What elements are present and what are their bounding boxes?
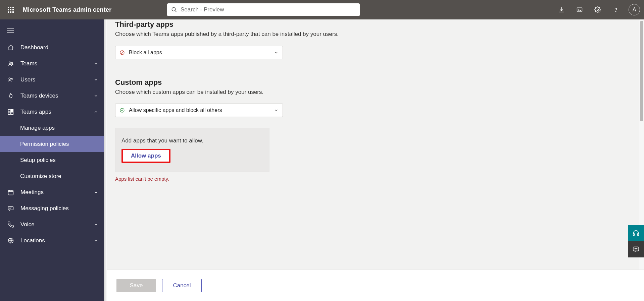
svg-rect-10 <box>11 110 13 112</box>
allow-box: Add apps that you want to allow. Allow a… <box>115 128 269 172</box>
sidebar-item-label: Users <box>20 76 35 83</box>
globe-icon <box>6 237 15 244</box>
block-icon <box>119 50 125 55</box>
svg-rect-13 <box>8 190 13 195</box>
devices-icon <box>6 93 15 99</box>
sidebar-item-locations[interactable]: Locations <box>0 233 104 249</box>
svg-point-8 <box>11 78 13 79</box>
chevron-down-icon <box>94 222 98 227</box>
app-title: Microsoft Teams admin center <box>23 6 111 13</box>
top-bar: Microsoft Teams admin center A <box>0 0 644 19</box>
cancel-button[interactable]: Cancel <box>162 279 202 292</box>
sidebar-sub-label: Customize store <box>20 173 61 180</box>
headset-icon[interactable] <box>628 225 644 241</box>
sidebar-item-meetings[interactable]: Meetings <box>0 184 104 200</box>
sidebar-item-label: Locations <box>20 237 45 244</box>
custom-dropdown[interactable]: Allow specific apps and block all others <box>115 104 283 117</box>
allow-prompt: Add apps that you want to allow. <box>121 137 263 144</box>
apps-icon <box>6 109 15 115</box>
save-button[interactable]: Save <box>116 279 156 292</box>
sidebar-sub-manage-apps[interactable]: Manage apps <box>0 120 104 136</box>
waffle-icon[interactable] <box>4 3 17 16</box>
svg-point-0 <box>172 7 176 11</box>
svg-line-1 <box>175 10 177 12</box>
sidebar-item-label: Voice <box>20 221 35 228</box>
svg-rect-19 <box>633 234 635 236</box>
allow-icon <box>119 108 125 113</box>
phone-icon <box>6 221 15 228</box>
section-title-third-party: Third-party apps <box>115 20 636 29</box>
footer-bar: Save Cancel <box>107 269 644 301</box>
shell-icon[interactable] <box>572 2 587 17</box>
svg-point-6 <box>11 62 13 64</box>
section-desc-third-party: Choose which Teams apps published by a t… <box>115 30 636 39</box>
chevron-down-icon <box>94 77 98 82</box>
sidebar-sub-permission-policies[interactable]: Permission policies <box>0 136 104 152</box>
sidebar-item-label: Dashboard <box>20 44 48 51</box>
svg-point-24 <box>637 248 637 249</box>
download-icon[interactable] <box>554 2 569 17</box>
svg-rect-12 <box>11 112 13 115</box>
svg-point-4 <box>615 11 616 11</box>
svg-point-7 <box>9 78 10 79</box>
sidebar-item-voice[interactable]: Voice <box>0 217 104 233</box>
hamburger-icon[interactable] <box>2 23 19 38</box>
sidebar-item-label: Teams apps <box>20 109 51 115</box>
section-desc-custom: Choose which custom apps can be installe… <box>115 88 636 97</box>
home-icon <box>6 44 15 51</box>
avatar-initial: A <box>633 7 636 13</box>
svg-rect-11 <box>8 112 11 115</box>
sidebar-item-teams-apps[interactable]: Teams apps <box>0 104 104 120</box>
error-text: Apps list can't be empty. <box>115 176 636 182</box>
chevron-down-icon <box>274 50 279 55</box>
feedback-icon[interactable] <box>628 241 644 257</box>
sidebar-item-label: Teams devices <box>20 93 58 99</box>
section-title-custom: Custom apps <box>115 78 636 87</box>
chevron-down-icon <box>94 238 98 243</box>
search-box[interactable] <box>167 3 360 16</box>
sidebar-sub-customize-store[interactable]: Customize store <box>0 168 104 184</box>
float-stack <box>628 225 644 257</box>
svg-point-5 <box>9 62 11 63</box>
svg-rect-14 <box>8 206 13 210</box>
sidebar-sub-setup-policies[interactable]: Setup policies <box>0 152 104 168</box>
sidebar-item-users[interactable]: Users <box>0 72 104 88</box>
chevron-down-icon <box>94 190 98 195</box>
scrollbar[interactable] <box>639 19 644 301</box>
search-input[interactable] <box>181 6 356 13</box>
top-right: A <box>554 2 640 17</box>
svg-point-3 <box>597 9 599 11</box>
sidebar-item-teams-devices[interactable]: Teams devices <box>0 88 104 104</box>
chevron-down-icon <box>94 61 98 66</box>
sidebar: Dashboard Teams Users Teams device <box>0 19 104 301</box>
sidebar-item-messaging-policies[interactable]: Messaging policies <box>0 200 104 217</box>
search-wrap <box>167 3 360 16</box>
chevron-up-icon <box>94 110 98 114</box>
third-party-dropdown[interactable]: Block all apps <box>115 46 283 59</box>
dropdown-value: Allow specific apps and block all others <box>129 107 222 113</box>
search-icon <box>171 7 177 13</box>
sidebar-sub-label: Manage apps <box>20 125 55 131</box>
sidebar-sub-label: Permission policies <box>20 141 69 147</box>
svg-point-18 <box>120 108 124 112</box>
scrollbar-thumb[interactable] <box>640 21 643 121</box>
svg-rect-9 <box>8 110 11 112</box>
allow-apps-button[interactable]: Allow apps <box>121 149 170 163</box>
svg-point-22 <box>635 248 635 249</box>
calendar-icon <box>6 189 15 196</box>
svg-line-17 <box>121 51 123 54</box>
sidebar-sub-label: Setup policies <box>20 157 56 164</box>
sidebar-item-label: Teams <box>20 60 37 67</box>
chevron-down-icon <box>94 94 98 98</box>
svg-rect-20 <box>638 234 639 236</box>
dropdown-value: Block all apps <box>129 50 162 56</box>
sidebar-item-dashboard[interactable]: Dashboard <box>0 40 104 56</box>
teams-icon <box>6 60 15 67</box>
svg-point-23 <box>636 248 636 249</box>
sidebar-item-teams[interactable]: Teams <box>0 56 104 72</box>
help-icon[interactable] <box>608 2 623 17</box>
svg-rect-2 <box>577 8 582 12</box>
gear-icon[interactable] <box>590 2 605 17</box>
users-icon <box>6 76 15 83</box>
avatar[interactable]: A <box>629 4 640 15</box>
